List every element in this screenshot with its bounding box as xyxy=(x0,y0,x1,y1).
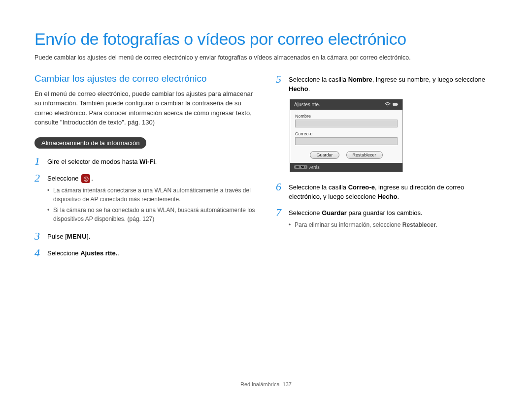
screen-title: Ajustes rtte. xyxy=(294,102,320,107)
step-number: 6 xyxy=(276,181,289,193)
back-label: Atrás xyxy=(309,165,320,170)
email-input[interactable] xyxy=(295,137,398,145)
step-text: Seleccione Guardar para guardar los camb… xyxy=(289,207,498,232)
email-label: Correo-e xyxy=(295,131,398,136)
bold-text: Nombre xyxy=(348,76,372,83)
bold-text: Restablecer xyxy=(402,221,436,228)
step-2-notes: La cámara intentará conectarse a una WLA… xyxy=(47,186,256,223)
menu-label: MENU xyxy=(67,233,87,240)
screen-footer: MENU Atrás xyxy=(290,163,402,172)
steps-right: 5 Seleccione la casilla Nombre, ingrese … xyxy=(276,73,498,94)
svg-rect-1 xyxy=(393,103,398,105)
svg-point-0 xyxy=(387,106,388,107)
text: . xyxy=(155,158,157,165)
steps-right-cont: 6 Seleccione la casilla Correo-e, ingres… xyxy=(276,181,498,232)
screen-body: Nombre Correo-e Guardar Restablecer xyxy=(290,110,402,163)
text: , ingrese su nombre, y luego seleccione xyxy=(372,76,485,83)
text: para guardar los cambios. xyxy=(347,209,423,216)
page-title: Envío de fotografías o vídeos por correo… xyxy=(34,30,498,49)
step-7: 7 Seleccione Guardar para guardar los ca… xyxy=(276,207,498,232)
bold-text: Correo-e xyxy=(348,184,375,191)
step-text: Seleccione Ajustes rtte.. xyxy=(47,247,256,258)
screen-buttons: Guardar Restablecer xyxy=(295,149,398,160)
step-number: 5 xyxy=(276,73,289,85)
step-number: 7 xyxy=(276,207,289,218)
bold-text: Hecho xyxy=(289,85,308,93)
svg-rect-2 xyxy=(397,104,398,105)
bold-text: Guardar xyxy=(322,209,347,216)
note: Para eliminar su información, seleccione… xyxy=(289,220,498,229)
note: Si la cámara no se ha conectado a una WL… xyxy=(47,206,256,223)
reset-button[interactable]: Restablecer xyxy=(346,151,383,159)
camera-screen-mock: Ajustes rtte. Nombre Correo-e Guardar Re… xyxy=(290,99,403,172)
name-label: Nombre xyxy=(295,114,398,119)
email-icon xyxy=(81,174,90,183)
text: Para eliminar su información, seleccione xyxy=(295,221,402,228)
steps-left: 1 Gire el selector de modos hasta Wi-Fi.… xyxy=(34,155,256,259)
menu-chip: MENU xyxy=(294,165,307,169)
step-1: 1 Gire el selector de modos hasta Wi-Fi. xyxy=(34,155,256,167)
step-6: 6 Seleccione la casilla Correo-e, ingres… xyxy=(276,181,498,202)
text: ]. xyxy=(87,233,90,240)
text: Seleccione xyxy=(47,175,80,182)
text: Seleccione la casilla xyxy=(289,76,348,83)
right-column: 5 Seleccione la casilla Nombre, ingrese … xyxy=(276,73,498,264)
step-3: 3 Pulse [MENU]. xyxy=(34,230,256,242)
wifi-icon xyxy=(385,102,391,107)
step-text: Gire el selector de modos hasta Wi-Fi. xyxy=(47,155,256,167)
step-5: 5 Seleccione la casilla Nombre, ingrese … xyxy=(276,73,498,94)
text: Seleccione xyxy=(289,209,322,216)
left-column: Cambiar los ajustes de correo electrónic… xyxy=(34,73,256,264)
step-number: 3 xyxy=(34,230,47,242)
status-icons xyxy=(385,102,399,107)
text: Gire el selector de modos hasta xyxy=(47,158,139,165)
step-text: Seleccione la casilla Correo-e, ingrese … xyxy=(289,181,498,202)
text: . xyxy=(308,85,310,93)
step-number: 1 xyxy=(34,155,47,167)
step-number: 4 xyxy=(34,247,47,259)
section-intro: En el menú de correo electrónico, puede … xyxy=(34,89,256,127)
step-7-notes: Para eliminar su información, seleccione… xyxy=(289,220,498,229)
content-columns: Cambiar los ajustes de correo electrónic… xyxy=(34,73,498,264)
battery-icon xyxy=(393,102,399,107)
bold-text: Ajustes rtte. xyxy=(80,249,117,257)
step-text: Seleccione . La cámara intentará conecta… xyxy=(47,172,256,226)
subsection-pill: Almacenamiento de la información xyxy=(34,137,146,149)
page-footer: Red inalámbrica 137 xyxy=(0,381,532,387)
wifi-label: Wi-Fi xyxy=(139,158,155,165)
footer-page-number: 137 xyxy=(283,381,292,387)
bold-text: Hecho xyxy=(378,193,398,200)
text: . xyxy=(91,175,93,182)
step-4: 4 Seleccione Ajustes rtte.. xyxy=(34,247,256,259)
text: . xyxy=(117,249,119,257)
step-text: Seleccione la casilla Nombre, ingrese su… xyxy=(289,73,498,94)
screen-header: Ajustes rtte. xyxy=(290,99,402,110)
name-input[interactable] xyxy=(295,120,398,127)
step-number: 2 xyxy=(34,172,47,184)
page-intro: Puede cambiar los ajustes del menú de co… xyxy=(34,54,498,62)
section-title: Cambiar los ajustes de correo electrónic… xyxy=(34,73,256,84)
step-text: Pulse [MENU]. xyxy=(47,230,256,242)
text: Seleccione xyxy=(47,249,80,257)
text: . xyxy=(397,193,399,200)
step-2: 2 Seleccione . La cámara intentará conec… xyxy=(34,172,256,226)
footer-section: Red inalámbrica xyxy=(240,381,279,387)
text: Pulse [ xyxy=(47,233,67,240)
save-button[interactable]: Guardar xyxy=(310,151,339,159)
text: . xyxy=(436,221,437,228)
text: Seleccione la casilla xyxy=(289,184,348,191)
note: La cámara intentará conectarse a una WLA… xyxy=(47,186,256,204)
